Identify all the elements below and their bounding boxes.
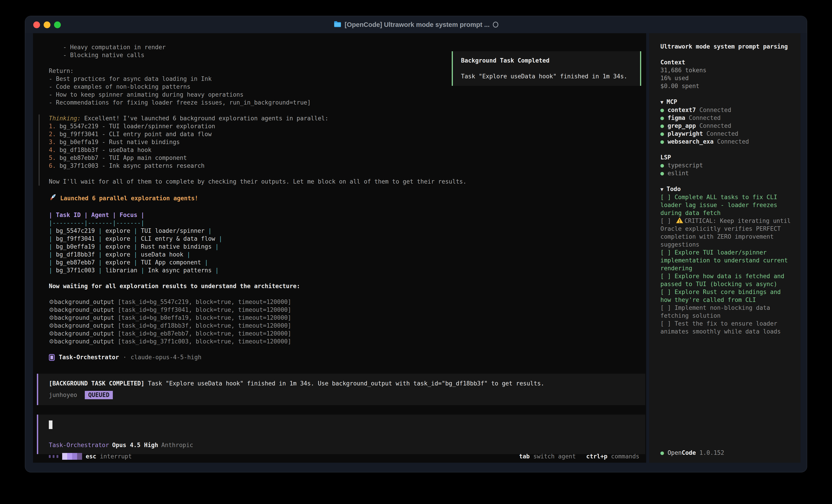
tool-name: background_output xyxy=(54,314,114,321)
table-row: | bg_f9ff3041 | explore | CLI entry & da… xyxy=(49,235,646,243)
table-cell: CLI entry & data flow xyxy=(141,235,215,242)
version-number xyxy=(696,449,700,456)
pipe: | xyxy=(49,259,56,266)
message-meta-row: junhoyeo QUEUED xyxy=(49,391,639,399)
todo-item[interactable]: [ ] Implement non-blocking data fetching… xyxy=(660,304,791,320)
agent-launch-list: 1. bg_5547c219 - TUI loader/spinner expl… xyxy=(49,122,646,170)
status-dot-icon: ● xyxy=(660,114,664,121)
session-title: Ultrawork mode system prompt parsing xyxy=(660,43,791,51)
table-cell: librarian xyxy=(105,267,137,274)
tool-args: [task_id=bg_f9ff3041, block=true, timeou… xyxy=(114,306,291,313)
launch-banner-text: Launched 6 parallel exploration agents! xyxy=(60,194,198,202)
todo-item[interactable]: [ ] Explore how data is fetched and pass… xyxy=(660,272,791,288)
status-dot-icon: ● xyxy=(660,138,664,145)
launch-banner: Launched 6 parallel exploration agents! xyxy=(49,194,646,203)
tool-args: [task_id=bg_eb87ebb7, block=true, timeou… xyxy=(114,330,291,337)
mcp-server-name: context7 xyxy=(668,107,696,113)
gear-icon: ⚙ xyxy=(49,299,54,305)
input-agent-name: Task-Orchestrator xyxy=(49,441,109,449)
tool-name: background_output xyxy=(54,338,114,345)
table-cell: bg_f9ff3041 xyxy=(56,235,95,242)
mcp-section-header[interactable]: ▼MCP xyxy=(660,98,791,106)
sidebar: Ultrawork mode system prompt parsing Con… xyxy=(649,33,801,463)
todo-text: Explore TUI loader/spinner implementatio… xyxy=(660,249,788,272)
status-bar-left: esc interrupt xyxy=(49,452,132,460)
todo-text: Explore Rust core bindings and how they'… xyxy=(660,288,781,303)
gear-icon: ⚙ xyxy=(49,306,54,313)
title-bar: [OpenCode] Ultrawork mode system prompt … xyxy=(25,16,807,33)
todo-checkbox: [ ] xyxy=(660,194,675,200)
folder-icon xyxy=(334,21,341,29)
pipe: | xyxy=(130,235,141,242)
ctrlp-key-hint[interactable]: ctrl+p xyxy=(586,452,607,460)
agent-number: 5. xyxy=(49,155,59,161)
tool-call-list: ⚙background_output [task_id=bg_5547c219,… xyxy=(49,298,646,345)
input-model-name: Opus 4.5 High xyxy=(112,441,158,449)
todo-section-header[interactable]: ▼Todo xyxy=(660,185,791,193)
todo-item[interactable]: [ ] Explore Rust core bindings and how t… xyxy=(660,288,791,304)
input-footer: Task-Orchestrator Opus 4.5 High Anthropi… xyxy=(49,441,193,449)
ctrlp-key-label: commands xyxy=(611,452,640,460)
pipe: | xyxy=(130,259,141,266)
todo-item[interactable]: [ ] CRITICAL: Keep iterating until Oracl… xyxy=(660,217,791,249)
table-cell: bg_df18bb3f xyxy=(56,251,95,258)
table-cell: Rust native bindings xyxy=(141,243,212,250)
mcp-server-name: figma xyxy=(668,114,685,121)
gear-icon: ⚙ xyxy=(49,314,54,321)
prompt-input[interactable]: Task-Orchestrator Opus 4.5 High Anthropi… xyxy=(37,415,645,454)
pipe: | xyxy=(49,235,56,242)
todo-checkbox: [ ] xyxy=(660,249,675,256)
table-cell: explore xyxy=(105,227,130,234)
tool-call-line: ⚙background_output [task_id=bg_5547c219,… xyxy=(49,298,646,306)
mcp-server-list: ●context7 Connected●figma Connected●grep… xyxy=(660,106,791,146)
tool-call-line: ⚙background_output [task_id=bg_df18bb3f,… xyxy=(49,322,646,330)
tab-key-hint[interactable]: tab xyxy=(519,452,530,460)
tab-key-label: switch agent xyxy=(534,452,576,460)
lsp-server-list: ●typescript●eslint xyxy=(660,162,791,177)
background-task-notification: Background Task Completed Task "Explore … xyxy=(452,51,641,86)
rocket-icon xyxy=(49,194,56,203)
window-title: [OpenCode] Ultrawork mode system prompt … xyxy=(344,21,490,28)
esc-key-label: interrupt xyxy=(100,452,132,460)
agent-launch-item: 2. bg_f9ff3041 - CLI entry point and dat… xyxy=(49,130,646,138)
agent-description: bg_b0effa19 - Rust native bindings xyxy=(59,139,180,145)
agent-square-icon xyxy=(49,354,55,361)
lsp-server-name: eslint xyxy=(668,170,689,176)
todo-item[interactable]: [ ] Complete ALL tasks to fix CLI loader… xyxy=(660,193,791,217)
table-cell: TUI App component xyxy=(141,259,201,266)
status-bar-right: tab switch agent ctrl+p commands xyxy=(519,452,640,460)
pipe: | xyxy=(95,259,106,266)
pipe: | xyxy=(130,251,141,258)
todo-item[interactable]: [ ] Test the fix to ensure loader animat… xyxy=(660,320,791,336)
table-cell: TUI loader/spinner xyxy=(141,227,205,234)
pipe: | xyxy=(130,227,141,234)
mcp-server-status: Connected xyxy=(685,114,721,121)
agent-description: bg_df18bb3f - useData hook xyxy=(59,146,152,153)
pipe: | xyxy=(201,259,208,266)
tool-call-line: ⚙background_output [task_id=bg_37f1c003,… xyxy=(49,338,646,345)
context-used: 16% used xyxy=(660,74,791,82)
assistant-text-line: - Heavy computation in render xyxy=(49,44,646,51)
warning-icon xyxy=(676,217,683,224)
context-spent: $0.00 spent xyxy=(660,82,791,90)
brand-code: Code xyxy=(682,449,696,456)
main-terminal-panel: - Heavy computation in render - Blocking… xyxy=(33,33,646,463)
todo-item[interactable]: [ ] Explore TUI loader/spinner implement… xyxy=(660,249,791,272)
agent-name: Task-Orchestrator xyxy=(59,354,119,361)
chevron-down-icon: ▼ xyxy=(660,187,664,192)
thinking-line: Thinking: Excellent! I've launched 6 bac… xyxy=(49,114,646,122)
pipe: | xyxy=(130,243,141,250)
pipe: | xyxy=(205,227,212,234)
gear-icon: ⚙ xyxy=(49,322,54,329)
todo-heading: Todo xyxy=(667,186,681,192)
agent-launch-item: 4. bg_df18bb3f - useData hook xyxy=(49,146,646,154)
mcp-server-item: ●playwright Connected xyxy=(660,130,791,138)
agent-launch-item: 3. bg_b0effa19 - Rust native bindings xyxy=(49,138,646,146)
table-row: | bg_5547c219 | explore | TUI loader/spi… xyxy=(49,227,646,235)
tool-call-line: ⚙background_output [task_id=bg_b0effa19,… xyxy=(49,314,646,322)
pipe: | xyxy=(137,267,148,274)
version-row: ●OpenCode 1.0.152 xyxy=(660,449,724,457)
chat-transcript: - Heavy computation in render - Blocking… xyxy=(33,33,646,454)
esc-key-hint[interactable]: esc xyxy=(86,452,96,460)
thinking-label: Thinking: xyxy=(49,115,81,122)
